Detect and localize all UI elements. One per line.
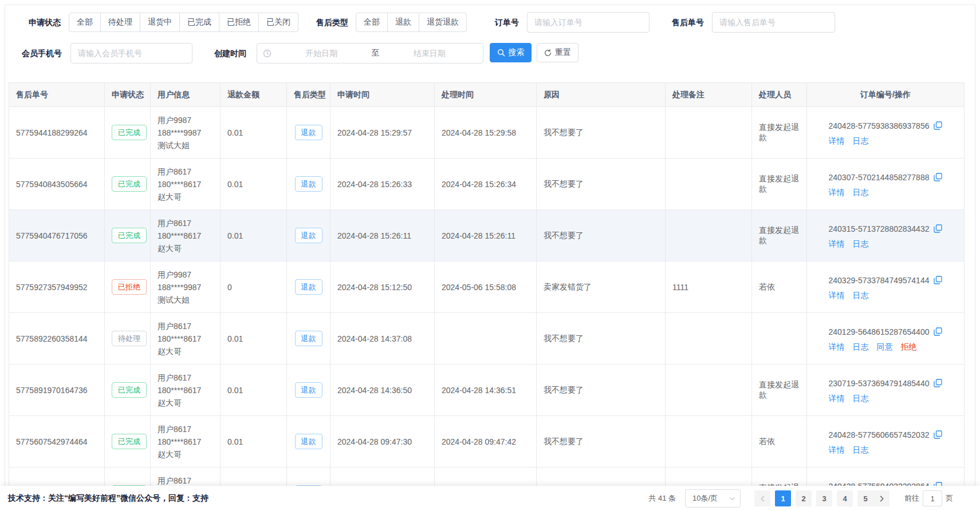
cell-order-actions: 240329-5733784749574144详情日志 [807,262,965,313]
member-phone-input[interactable] [70,43,192,64]
order-box: 240315-5713728802834432详情日志 [814,222,957,249]
page-button-1[interactable]: 1 [775,490,791,506]
cell-apply-time: 2024-04-28 15:26:33 [330,159,435,210]
action-link-详情[interactable]: 详情 [829,342,845,352]
copy-icon[interactable] [934,482,942,486]
order-box: 240307-5702144858277888详情日志 [814,171,957,198]
type-filter-group: 全部退款退货退款 [356,13,467,32]
cell-apply-time: 2024-04-28 15:29:57 [330,107,435,159]
table-row: 5775927357949952已拒绝用户9987188****9987测试大姐… [9,262,965,313]
action-link-日志[interactable]: 日志 [853,342,869,352]
action-link-同意[interactable]: 同意 [877,342,893,352]
action-link-拒绝[interactable]: 拒绝 [901,342,917,352]
page-size-select[interactable]: 10条/页 [685,489,741,508]
order-inner: 240428-5775938386937856详情日志 [829,119,943,146]
copy-icon[interactable] [934,224,942,233]
copy-icon[interactable] [934,121,942,130]
cell-apply-time: 2024-04-28 09:47:30 [330,416,435,468]
copy-icon[interactable] [934,327,942,336]
cell-apply-time: 2024-04-28 15:12:50 [330,262,435,313]
start-date-input[interactable] [274,49,369,58]
row-actions: 详情日志 [829,445,943,455]
reset-button[interactable]: 重置 [537,43,578,62]
action-link-详情[interactable]: 详情 [829,445,845,455]
order-number-line: 240428-5775604032292864 [829,480,943,486]
page-button-3[interactable]: 3 [816,490,832,506]
order-box: 240428-5775938386937856详情日志 [814,119,957,146]
type-option-0[interactable]: 全部 [356,13,388,32]
action-link-日志[interactable]: 日志 [853,291,869,301]
service-no-label: 售后单号 [672,12,704,33]
table-row: 5775892260358144待处理用户8617180****8617赵大哥0… [9,313,965,365]
order-number-line: 240428-5775938386937856 [829,119,943,133]
table-row: 5775944188299264已完成用户9987188****9987测试大姐… [9,107,965,159]
cell-order-actions: 240315-5713728802834432详情日志 [807,210,965,262]
action-link-详情[interactable]: 详情 [829,394,845,404]
prev-page-button[interactable] [754,490,770,506]
action-link-日志[interactable]: 日志 [853,445,869,455]
order-number: 240129-5648615287654400 [829,325,930,339]
type-filter-label: 售后类型 [316,12,348,33]
cell-apply-time: 2024-04-28 14:37:08 [330,313,435,365]
status-badge: 已拒绝 [112,279,147,295]
status-option-2[interactable]: 退货中 [140,13,180,32]
status-badge: 已完成 [112,176,147,192]
action-link-详情[interactable]: 详情 [829,291,845,301]
page-number-buttons: 12345 [775,490,873,506]
status-option-5[interactable]: 已关闭 [258,13,298,32]
cell-service-type: 退款 [287,313,330,365]
order-inner: 240428-5775606657452032详情日志 [829,428,943,455]
page-button-2[interactable]: 2 [796,490,812,506]
order-inner: 240129-5648615287654400详情日志同意拒绝 [829,325,943,352]
search-button[interactable]: 搜索 [490,43,532,62]
cell-service-no: 5775891970164736 [9,365,105,416]
next-page-button[interactable] [873,490,890,506]
goto-input[interactable] [923,490,942,506]
order-no-label: 订单号 [495,12,519,33]
cell-order-actions: 240307-5702144858277888详情日志 [807,159,965,210]
type-badge: 退款 [295,176,322,192]
table-row: 5775607542974464已完成用户8617180****8617赵大哥0… [9,416,965,468]
cell-remark [666,468,752,486]
page-button-4[interactable]: 4 [837,490,853,506]
table-row: 5775940476717056已完成用户8617180****8617赵大哥0… [9,210,965,262]
order-number-line: 240307-5702144858277888 [829,171,943,184]
type-option-2[interactable]: 退货退款 [419,13,467,32]
date-range-picker[interactable]: 至 [257,43,483,64]
row-actions: 详情日志 [829,136,943,146]
order-no-input[interactable] [527,12,650,33]
copy-icon[interactable] [934,430,942,439]
clock-icon [263,49,271,58]
action-link-详情[interactable]: 详情 [829,188,845,198]
action-link-日志[interactable]: 日志 [853,136,869,146]
order-number-line: 240129-5648615287654400 [829,325,943,339]
column-header-4: 售后类型 [287,83,330,107]
action-link-日志[interactable]: 日志 [853,394,869,404]
order-number: 240428-5775604032292864 [829,480,930,486]
support-text: 技术支持：关注“编写美好前程”微信公众号，回复：支持 [8,493,208,504]
copy-icon[interactable] [934,173,942,181]
end-date-input[interactable] [382,49,478,58]
action-link-日志[interactable]: 日志 [853,188,869,198]
content-card: 申请状态 全部待处理退货中已完成已拒绝已关闭 售后类型 全部退款退货退款 订单号… [5,5,975,486]
status-option-0[interactable]: 全部 [69,13,101,32]
status-option-4[interactable]: 已拒绝 [219,13,259,32]
cell-status: 已完成 [105,210,151,262]
service-no-input[interactable] [712,12,835,33]
action-link-日志[interactable]: 日志 [853,239,869,249]
action-link-详情[interactable]: 详情 [829,136,845,146]
copy-icon[interactable] [934,379,942,387]
cell-handle-time: 2024-04-28 09:47:42 [435,416,537,468]
status-badge: 待处理 [112,331,147,346]
page-button-5[interactable]: 5 [857,490,873,506]
user-info-line: 用户8617 [158,474,213,486]
user-info-line: 赵大哥 [158,242,213,255]
status-option-1[interactable]: 待处理 [100,13,140,32]
range-separator: 至 [369,48,382,58]
order-number: 230719-5373694791485440 [829,377,930,390]
copy-icon[interactable] [934,276,942,284]
action-link-详情[interactable]: 详情 [829,239,845,249]
type-option-1[interactable]: 退款 [387,13,419,32]
status-option-3[interactable]: 已完成 [179,13,219,32]
cell-order-actions: 240428-5775606657452032详情日志 [807,416,965,468]
